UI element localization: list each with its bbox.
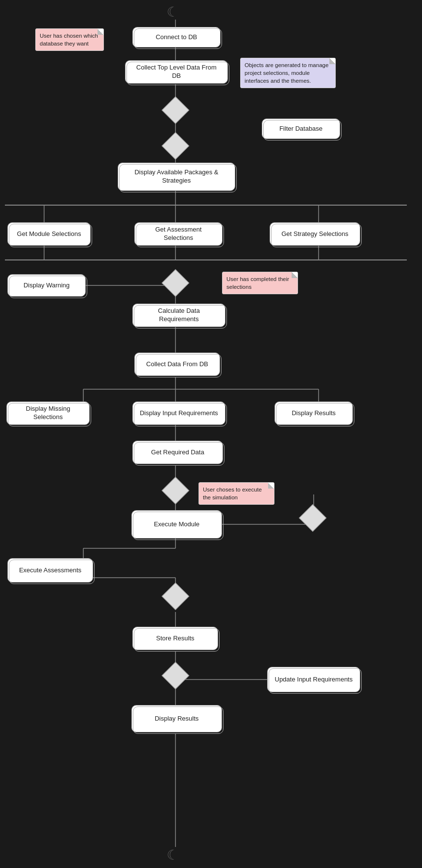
execute-assessments-box: Execute Assessments [7,558,93,583]
diamond-parallel [299,504,327,532]
display-missing-label: Display Missing Selections [13,405,83,422]
display-packages-label: Display Available Packages & Strategies [124,168,229,185]
collect-data-label: Collect Data From DB [146,360,208,369]
flowchart-container: ☾ Connect to DB User has chosen which da… [0,0,422,868]
store-results-box: Store Results [132,627,218,650]
display-input-req-label: Display Input Requirements [140,409,218,418]
display-results-2-label: Display Results [155,715,199,723]
get-module-box: Get Module Selections [7,222,91,246]
get-assessment-box: Get Assessment Selections [134,222,223,246]
display-results-2-box: Display Results [131,705,222,732]
lower-divider [5,259,407,260]
annotation-objects-generated: Objects are generated to manage project … [240,58,336,88]
diamond-1 [162,96,190,124]
get-module-label: Get Module Selections [17,230,81,238]
update-input-req-label: Update Input Requirements [275,676,353,684]
collect-top-level-box: Collect Top Level Data From DB [125,60,228,84]
annotation-objects-label: Objects are generated to manage project … [245,62,328,84]
annotation-user-chosen-db-label: User has chosen which database they want [40,33,98,47]
display-input-req-box: Display Input Requirements [132,401,225,425]
calculate-data-label: Calculate Data Requirements [139,307,219,324]
annotation-user-completed-label: User has completed their selections [226,276,289,290]
display-missing-box: Display Missing Selections [6,401,90,425]
display-warning-box: Display Warning [7,274,86,297]
start-symbol: ☾ [167,4,179,20]
connectors-svg [0,0,422,868]
annotation-user-completed: User has completed their selections [222,272,298,294]
diamond-merge [162,583,190,610]
filter-db-box: Filter Database [262,118,340,139]
get-required-data-label: Get Required Data [151,448,204,457]
store-results-label: Store Results [156,634,194,643]
connect-db-label: Connect to DB [156,33,198,42]
end-symbol: ☾ [167,847,179,863]
get-strategy-label: Get Strategy Selections [281,230,348,238]
display-warning-label: Display Warning [24,282,70,290]
get-strategy-box: Get Strategy Selections [270,222,360,246]
diamond-selections [162,269,190,297]
calculate-data-box: Calculate Data Requirements [132,304,225,327]
annotation-user-execute: User choses to execute the simulation [199,482,274,505]
collect-data-box: Collect Data From DB [134,352,220,376]
annotation-user-execute-label: User choses to execute the simulation [203,487,262,500]
execute-module-box: Execute Module [131,510,222,539]
get-assessment-label: Get Assessment Selections [141,226,216,242]
display-results-1-label: Display Results [292,409,336,418]
display-packages-box: Display Available Packages & Strategies [118,163,235,191]
execute-assessments-label: Execute Assessments [19,566,81,575]
execute-module-label: Execute Module [154,520,199,529]
filter-db-label: Filter Database [279,125,323,133]
collect-top-level-label: Collect Top Level Data From DB [131,64,222,80]
upper-divider [5,205,407,206]
connect-db-box: Connect to DB [132,27,221,47]
diamond-2 [162,132,190,160]
update-input-req-box: Update Input Requirements [267,667,360,692]
diamond-final [162,662,190,690]
display-results-1-box: Display Results [274,401,353,425]
diamond-execute [162,477,190,505]
get-required-data-box: Get Required Data [132,441,223,464]
annotation-user-chosen-db: User has chosen which database they want [35,28,104,51]
